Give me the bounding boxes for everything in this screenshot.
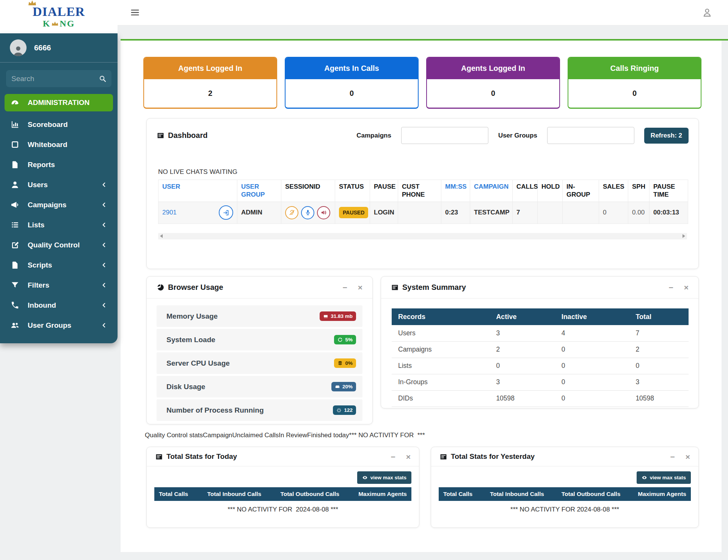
col-sales: SALES bbox=[599, 180, 628, 202]
sidebar-item-user-groups[interactable]: User Groups bbox=[5, 315, 113, 335]
chevron-left-icon bbox=[101, 282, 107, 288]
session-cell bbox=[281, 202, 335, 224]
minimize-icon[interactable]: − bbox=[342, 283, 347, 291]
eye-icon bbox=[642, 475, 647, 480]
total-stats-today-panel: Total Stats for Today − × view max stats… bbox=[146, 447, 419, 528]
sidebar-item-reports[interactable]: Reports bbox=[5, 155, 113, 175]
no-activity-text: *** NO ACTIVITY FOR 2024-08-08 *** bbox=[439, 506, 691, 513]
sidebar-item-quality-control[interactable]: Quality Control bbox=[5, 235, 113, 255]
sidebar-item-scripts[interactable]: Scripts bbox=[5, 255, 113, 275]
chevron-left-icon bbox=[101, 322, 107, 328]
dashboard-title: Dashboard bbox=[157, 131, 207, 140]
chevron-left-icon bbox=[101, 302, 107, 308]
memory-icon bbox=[323, 314, 328, 319]
sidebar-item-label: Whiteboard bbox=[28, 141, 67, 149]
hamburger-icon[interactable] bbox=[130, 7, 140, 18]
stat-card-agents-in-calls: Agents In Calls 0 bbox=[285, 57, 419, 109]
sidebar-item-label: Quality Control bbox=[28, 241, 80, 249]
main-content: Agents Logged In 2 Agents In Calls 0 Age… bbox=[121, 41, 722, 552]
user-groups-input[interactable] bbox=[547, 127, 634, 144]
col-user-group[interactable]: USER GROUP bbox=[237, 180, 281, 202]
stats-today-body: view max stats Total Calls Total Inbound… bbox=[147, 471, 419, 513]
status-badge: PAUSED bbox=[339, 207, 368, 218]
user-link[interactable]: 2901 bbox=[162, 209, 177, 216]
minimize-icon[interactable]: − bbox=[668, 283, 673, 291]
system-summary-table: Records Active Inactive Total Users 3 4 … bbox=[392, 308, 689, 407]
system-summary-panel: System Summary − × Records Active Inacti… bbox=[381, 276, 699, 408]
table-row-dids: DIDs 10598 0 10598 bbox=[392, 390, 689, 407]
sidebar-item-campaigns[interactable]: Campaigns bbox=[5, 195, 113, 215]
refresh-button[interactable]: Refresh: 2 bbox=[644, 128, 689, 144]
view-max-stats-button[interactable]: view max stats bbox=[637, 471, 691, 484]
col-pause-time: PAUSE TIME bbox=[650, 180, 688, 202]
sidebar-item-whiteboard[interactable]: Whiteboard bbox=[5, 135, 113, 155]
cust-phone-cell bbox=[398, 202, 441, 224]
bullhorn-icon bbox=[11, 200, 19, 209]
sidebar-item-label: User Groups bbox=[28, 321, 71, 330]
gauge-icon bbox=[11, 99, 19, 107]
sidebar: 6666 ADMINISTRATION Scoreboard Whiteboar… bbox=[0, 33, 118, 343]
account-icon[interactable] bbox=[701, 7, 713, 18]
campaigns-input[interactable] bbox=[401, 127, 488, 144]
minimize-icon[interactable]: − bbox=[670, 453, 675, 461]
chevron-left-icon bbox=[101, 222, 107, 228]
profile: 6666 bbox=[0, 33, 118, 61]
volume-icon[interactable] bbox=[317, 206, 330, 219]
col-mmss[interactable]: MM:SS bbox=[441, 180, 470, 202]
stats-yesterday-header: Total Stats for Yesterday − × bbox=[431, 447, 698, 466]
col-user[interactable]: USER bbox=[158, 180, 237, 202]
users-icon bbox=[11, 321, 19, 330]
col-total-inbound: Total Inbound Calls bbox=[490, 491, 544, 497]
file-icon bbox=[11, 261, 19, 269]
sidebar-item-lists[interactable]: Lists bbox=[5, 215, 113, 235]
scroll-right-icon[interactable] bbox=[682, 234, 685, 238]
microphone-icon[interactable] bbox=[301, 206, 314, 219]
campaigns-label: Campaigns bbox=[356, 132, 391, 139]
view-max-stats-button[interactable]: view max stats bbox=[357, 471, 411, 484]
campaign-cell: TESTCAMP bbox=[470, 202, 513, 224]
dashboard-header: Dashboard Campaigns User Groups Refresh:… bbox=[147, 119, 698, 152]
table-header-row: Records Active Inactive Total bbox=[392, 308, 689, 325]
stat-card-value: 0 bbox=[286, 79, 418, 108]
search-icon[interactable] bbox=[99, 75, 107, 83]
sidebar-search bbox=[6, 70, 111, 87]
stats-columns-header: Total Calls Total Inbound Calls Total Ou… bbox=[439, 487, 691, 501]
profile-name: 6666 bbox=[34, 44, 51, 52]
col-campaign[interactable]: CAMPAIGN bbox=[470, 180, 513, 202]
avatar bbox=[10, 39, 27, 56]
sidebar-item-scoreboard[interactable]: Scoreboard bbox=[5, 114, 113, 135]
search-input[interactable] bbox=[6, 70, 111, 87]
sidebar-item-inbound[interactable]: Inbound bbox=[5, 295, 113, 315]
col-in-group: IN-GROUP bbox=[563, 180, 599, 202]
topbar bbox=[118, 0, 728, 25]
sidebar-item-label: Lists bbox=[28, 221, 44, 229]
sidebar-item-label: Inbound bbox=[28, 301, 56, 310]
horizontal-scrollbar[interactable] bbox=[158, 233, 687, 239]
col-sessionid: SESSIONID bbox=[281, 180, 335, 202]
mmss-cell: 0:23 bbox=[441, 202, 470, 224]
minimize-icon[interactable]: − bbox=[391, 453, 395, 461]
col-status: STATUS bbox=[335, 180, 370, 202]
sidebar-item-administration[interactable]: ADMINISTRATION bbox=[5, 94, 113, 111]
hold-cell bbox=[538, 202, 563, 224]
stats-today-title: Total Stats for Today bbox=[155, 452, 237, 461]
close-icon[interactable]: × bbox=[684, 283, 689, 291]
stats-yesterday-title: Total Stats for Yesterday bbox=[439, 452, 535, 461]
col-max-agents: Maximum Agents bbox=[638, 491, 686, 497]
logout-icon[interactable] bbox=[219, 205, 233, 220]
close-icon[interactable]: × bbox=[358, 283, 362, 291]
sidebar-item-users[interactable]: Users bbox=[5, 175, 113, 195]
user-groups-label: User Groups bbox=[498, 132, 537, 139]
close-icon[interactable]: × bbox=[686, 453, 690, 461]
close-icon[interactable]: × bbox=[406, 453, 411, 461]
sidebar-item-filters[interactable]: Filters bbox=[5, 275, 113, 295]
scroll-left-icon[interactable] bbox=[160, 234, 163, 238]
col-total: Total bbox=[629, 308, 689, 325]
deaf-icon[interactable] bbox=[285, 206, 298, 219]
pie-icon bbox=[157, 283, 165, 291]
col-active: Active bbox=[490, 308, 555, 325]
sales-cell: 0 bbox=[599, 202, 628, 224]
in-group-cell bbox=[563, 202, 599, 224]
file-icon bbox=[11, 160, 19, 169]
list-item-process-count: Number of Process Running 122 bbox=[157, 399, 362, 421]
